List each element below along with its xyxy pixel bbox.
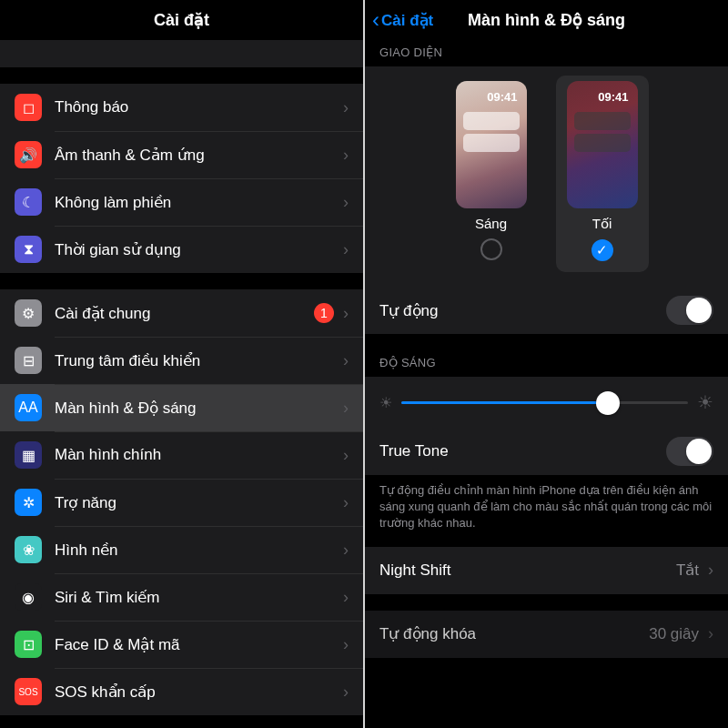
wallpaper-icon: ❀ [15,536,42,563]
settings-group-1: ◻Thông báo›🔊Âm thanh & Cảm ứng›☾Không là… [0,84,363,273]
light-radio[interactable] [480,238,502,260]
settings-row[interactable]: SOSSOS khẩn cấp› [0,668,363,715]
settings-row[interactable]: ✲Trợ năng› [0,479,363,526]
dnd-icon: ☾ [15,188,42,216]
settings-row[interactable]: ▦Màn hình chính› [0,431,363,479]
settings-row[interactable]: ⧗Thời gian sử dụng› [0,226,363,273]
badge: 1 [314,303,334,323]
settings-row-label: Cài đặt chung [55,304,314,323]
homescreen-icon: ▦ [15,441,42,469]
chevron-right-icon: › [708,561,713,580]
chevron-right-icon: › [343,588,349,607]
chevron-right-icon: › [343,446,349,465]
settings-row[interactable]: ❀Hình nền› [0,526,363,573]
brightness-slider-row: ☀ ☀ [365,377,728,428]
settings-row-label: Face ID & Mật mã [55,635,338,654]
appearance-option-light[interactable]: 09:41 Sáng [445,76,538,272]
settings-group-2: ⚙Cài đặt chung1›⊟Trung tâm điều khiển›AA… [0,289,363,715]
settings-row-label: Trung tâm điều khiển [55,351,338,370]
truetone-note: Tự động điều chỉnh màn hình iPhone dựa t… [365,475,728,547]
accessibility-icon: ✲ [15,489,42,516]
display-brightness-pane: ‹ Cài đặt Màn hình & Độ sáng GIAO DIỆN 0… [365,0,728,728]
truetone-row[interactable]: True Tone [365,428,728,475]
settings-row[interactable]: ⚙Cài đặt chung1› [0,289,363,337]
chevron-right-icon: › [343,351,349,370]
settings-row-label: Thông báo [55,98,338,116]
settings-row[interactable]: ⊡Face ID & Mật mã› [0,621,363,668]
display-header: ‹ Cài đặt Màn hình & Độ sáng [365,0,728,40]
chevron-right-icon: › [343,240,349,259]
settings-row-label: Hình nền [55,541,338,560]
auto-appearance-row[interactable]: Tự động [365,287,728,334]
light-thumb: 09:41 [456,81,527,208]
appearance-options: 09:41 Sáng 09:41 Tối ✓ [365,66,728,287]
chevron-right-icon: › [343,304,349,323]
chevron-right-icon: › [343,682,349,702]
sun-large-icon: ☀ [697,391,713,413]
settings-row[interactable]: ◻Thông báo› [0,84,363,131]
siri-icon: ◉ [15,583,42,611]
settings-row-label: Thời gian sử dụng [55,240,338,259]
appearance-option-dark[interactable]: 09:41 Tối ✓ [556,76,649,272]
settings-row-label: Màn hình chính [55,446,338,464]
notify-icon: ◻ [15,94,42,121]
auto-appearance-toggle[interactable] [666,296,713,325]
settings-row[interactable]: ⊟Trung tâm điều khiển› [0,337,363,384]
chevron-right-icon: › [343,493,349,512]
brightness-section-label: ĐỘ SÁNG [365,350,728,377]
settings-row-label: Không làm phiền [55,193,338,212]
chevron-right-icon: › [343,541,349,560]
chevron-right-icon: › [708,624,713,643]
back-button[interactable]: ‹ Cài đặt [372,7,433,33]
dark-label: Tối [592,216,612,232]
general-icon: ⚙ [15,299,42,327]
chevron-right-icon: › [343,635,349,654]
chevron-left-icon: ‹ [372,7,379,33]
sos-icon: SOS [15,678,42,705]
light-label: Sáng [475,216,507,231]
chevron-right-icon: › [343,146,349,165]
appearance-section-label: GIAO DIỆN [365,40,728,66]
chevron-right-icon: › [343,399,349,418]
faceid-icon: ⊡ [15,631,42,658]
settings-header: Cài đặt [0,0,363,40]
control-center-icon: ⊟ [15,347,42,374]
settings-row[interactable]: AAMàn hình & Độ sáng› [0,384,363,431]
settings-title: Cài đặt [154,10,209,30]
settings-pane: Cài đặt ◻Thông báo›🔊Âm thanh & Cảm ứng›☾… [0,0,363,728]
settings-row-truncated-top[interactable] [0,40,363,67]
settings-row-label: Âm thanh & Cảm ứng [55,146,338,165]
autolock-row[interactable]: Tự động khóa 30 giây › [365,611,728,658]
settings-row-label: SOS khẩn cấp [55,682,338,702]
settings-row[interactable]: ☾Không làm phiền› [0,178,363,226]
settings-row[interactable]: ◉Siri & Tìm kiếm› [0,573,363,621]
display-icon: AA [15,394,42,421]
chevron-right-icon: › [343,98,349,117]
dark-thumb: 09:41 [567,81,638,208]
sound-icon: 🔊 [15,141,42,168]
back-label: Cài đặt [381,11,433,30]
brightness-slider[interactable] [401,389,688,415]
settings-row-label: Màn hình & Độ sáng [55,399,338,418]
settings-row[interactable]: 🔊Âm thanh & Cảm ứng› [0,131,363,178]
sun-small-icon: ☀ [379,394,392,411]
settings-row-label: Siri & Tìm kiếm [55,588,338,607]
display-title: Màn hình & Độ sáng [468,10,625,30]
settings-row-label: Trợ năng [55,493,338,512]
screentime-icon: ⧗ [15,236,42,263]
truetone-toggle[interactable] [666,437,713,466]
nightshift-row[interactable]: Night Shift Tắt › [365,547,728,594]
chevron-right-icon: › [343,193,349,212]
dark-radio[interactable]: ✓ [592,239,613,261]
